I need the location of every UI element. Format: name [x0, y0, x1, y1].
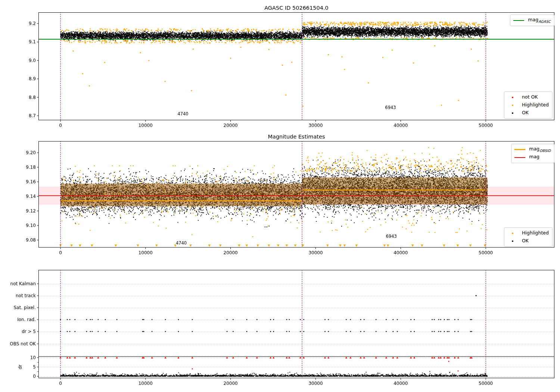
ax1-xtick-0: 0: [59, 123, 62, 128]
legend-label: not OK: [522, 95, 538, 100]
ax2-xtick-0: 0: [59, 250, 62, 255]
legend-middle-points[interactable]: Highlighted OK: [504, 227, 553, 247]
legend-label: magOBSID: [529, 147, 551, 152]
ax2-ytick-9.18: 9.18: [0, 165, 36, 170]
ax2-ytick-9.08: 9.08: [0, 237, 36, 243]
ax3-xtick-0: 0: [59, 381, 62, 386]
ax3-cat-3: Ion. rad.: [0, 317, 36, 322]
ax1-ytick-8.8: 8.8: [0, 95, 36, 100]
ax2-ytick-9.20: 9.20: [0, 150, 36, 155]
legend-label: OK: [522, 111, 529, 115]
ax3-xtick-20000: 20000: [224, 381, 238, 386]
annotation-obsid-6943: 6943: [386, 234, 397, 239]
ax3-cat-2: Sat. pixel.: [0, 305, 36, 310]
annotation-obsid-4740: 4740: [176, 240, 187, 246]
annotation-obsid-6943: 6943: [385, 105, 396, 110]
ax2-xtick-30000: 30000: [308, 250, 323, 255]
ax1-ytick-8.7: 8.7: [0, 113, 36, 118]
mag-agasc-line-swatch: [513, 20, 524, 21]
ax2-xtick-10000: 10000: [139, 250, 153, 255]
legend-entry-mag: mag: [514, 153, 551, 161]
legend-label: Highlighted: [522, 231, 549, 236]
ax2-xtick-20000: 20000: [224, 250, 238, 255]
legend-entry-mag-obsid: magOBSID: [514, 146, 551, 153]
ax1-xtick-20000: 20000: [224, 123, 238, 128]
ax2-ytick-9.12: 9.12: [0, 208, 36, 214]
plots-canvas: [0, 0, 560, 392]
ax3-xtick-40000: 40000: [393, 381, 408, 386]
ax1-xtick-50000: 50000: [479, 123, 493, 128]
ax3-xtick-10000: 10000: [139, 381, 153, 386]
legend-top-points[interactable]: not OK Highlighted OK: [504, 91, 553, 119]
ax2-xtick-40000: 40000: [393, 250, 408, 255]
legend-label: OK: [522, 239, 529, 243]
ax3-cat-1: not track: [0, 293, 36, 298]
ok-dot-swatch: [507, 240, 518, 242]
figure: AGASC ID 502661504.0 Magnitude Estimates…: [0, 0, 560, 392]
ax1-xtick-30000: 30000: [308, 123, 323, 128]
ax3-drtick-5: 5: [0, 364, 36, 370]
ax2-ytick-9.16: 9.16: [0, 179, 36, 184]
ax2-ytick-9.14: 9.14: [0, 194, 36, 199]
ax2-ytick-9.10: 9.10: [0, 223, 36, 228]
legend-entry-highlighted: Highlighted: [507, 101, 549, 109]
ax1-xtick-10000: 10000: [139, 123, 153, 128]
ax1-ytick-8.9: 8.9: [0, 76, 36, 81]
highlighted-dot-swatch: [507, 233, 518, 234]
ax3-drtick-0: 0: [0, 374, 36, 379]
ax1-ytick-9.2: 9.2: [0, 21, 36, 26]
ax3-cat-4: dr > 5: [0, 329, 36, 334]
mag-line-swatch: [514, 157, 525, 158]
ax1-ytick-9.0: 9.0: [0, 58, 36, 63]
ax3-xtick-50000: 50000: [479, 381, 493, 386]
highlighted-dot-swatch: [507, 105, 518, 106]
legend-entry-not-ok: not OK: [507, 93, 549, 101]
legend-mag-agasc[interactable]: magAGASC: [510, 15, 554, 26]
legend-label: mag: [529, 155, 539, 160]
legend-label: magAGASC: [528, 18, 551, 23]
legend-entry-mag-agasc: magAGASC: [513, 16, 551, 24]
legend-mag-obsid[interactable]: magOBSID mag: [511, 144, 554, 163]
ax3-drtick-10: 10: [0, 355, 36, 360]
not-ok-dot-swatch: [507, 97, 518, 98]
ax3-xtick-30000: 30000: [308, 381, 323, 386]
ax1-ytick-9.1: 9.1: [0, 39, 36, 44]
ax1-xtick-40000: 40000: [393, 123, 408, 128]
legend-label: Highlighted: [522, 103, 549, 108]
top-plot-title: AGASC ID 502661504.0: [264, 5, 329, 11]
ax3-cat-0: not Kalman: [0, 281, 36, 286]
mag-obsid-line-swatch: [514, 149, 525, 150]
middle-plot-title: Magnitude Estimates: [268, 134, 325, 140]
legend-entry-ok: OK: [507, 109, 549, 117]
ax2-xtick-50000: 50000: [479, 250, 493, 255]
legend-entry-highlighted: Highlighted: [507, 229, 549, 237]
ax3-cat-5: OBS not OK: [0, 341, 36, 346]
annotation-obsid-4740: 4740: [177, 111, 188, 116]
ok-dot-swatch: [507, 112, 518, 114]
legend-entry-ok: OK: [507, 237, 549, 245]
